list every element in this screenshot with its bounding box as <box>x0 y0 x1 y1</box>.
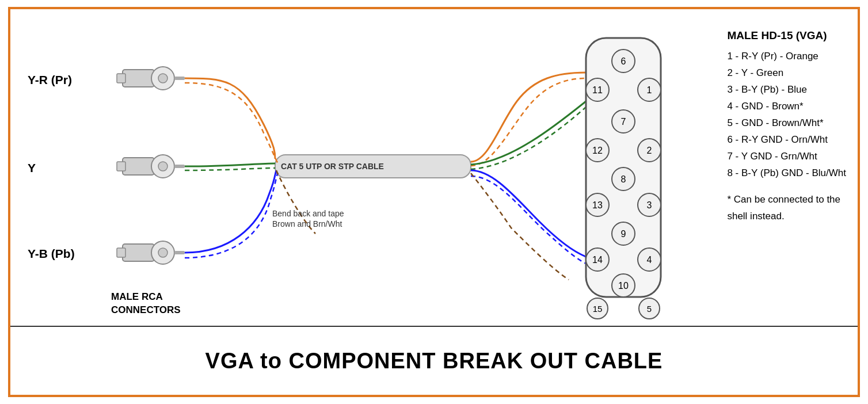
pin-7: 7 - Y GND - Grn/Wht <box>727 148 846 165</box>
svg-rect-14 <box>174 251 185 254</box>
svg-text:7: 7 <box>621 117 626 127</box>
svg-text:6: 6 <box>621 56 626 66</box>
svg-point-13 <box>158 248 167 257</box>
yb-label: Y-B (Pb) <box>28 247 75 260</box>
svg-text:11: 11 <box>592 85 603 95</box>
pin-8: 8 - B-Y (Pb) GND - Blu/Wht <box>727 165 846 182</box>
svg-rect-6 <box>117 162 125 171</box>
svg-rect-5 <box>123 158 154 175</box>
svg-text:2: 2 <box>647 146 652 155</box>
y-label: Y <box>28 161 36 174</box>
svg-text:10: 10 <box>618 281 629 291</box>
vga-title: MALE HD-15 (VGA) <box>727 26 846 45</box>
svg-text:12: 12 <box>592 146 603 155</box>
svg-text:1: 1 <box>647 85 652 95</box>
svg-text:9: 9 <box>621 229 626 239</box>
rca-male-label-line1: MALE RCA <box>111 291 163 302</box>
pin-2: 2 - Y - Green <box>727 65 846 82</box>
svg-text:8: 8 <box>621 174 626 184</box>
svg-rect-9 <box>174 165 185 168</box>
svg-text:5: 5 <box>647 304 652 314</box>
svg-text:13: 13 <box>592 200 603 210</box>
yr-label: Y-R (Pr) <box>28 73 72 86</box>
svg-rect-11 <box>117 248 125 257</box>
bend-label-line1: Bend back and tape <box>272 209 344 218</box>
svg-rect-10 <box>123 244 154 261</box>
svg-rect-4 <box>174 77 185 80</box>
bend-label-line2: Brown and Brn/Wht <box>272 219 342 228</box>
main-container: CAT 5 UTP OR STP CABLE 6 11 1 <box>8 7 860 397</box>
svg-text:14: 14 <box>592 255 603 265</box>
pin-1: 1 - R-Y (Pr) - Orange <box>727 48 846 65</box>
svg-point-3 <box>158 74 167 83</box>
svg-text:15: 15 <box>593 304 603 314</box>
vga-note-2: shell instead. <box>727 208 846 225</box>
footer: VGA to COMPONENT BREAK OUT CABLE <box>10 326 858 395</box>
svg-point-8 <box>158 162 167 171</box>
pin-6: 6 - R-Y GND - Orn/Wht <box>727 132 846 148</box>
svg-text:3: 3 <box>647 200 652 210</box>
pin-5: 5 - GND - Brown/Wht* <box>727 115 846 132</box>
vga-note-1: * Can be connected to the <box>727 192 846 208</box>
svg-rect-0 <box>123 70 154 87</box>
pin-3: 3 - B-Y (Pb) - Blue <box>727 82 846 98</box>
rca-yr-connector <box>117 67 185 90</box>
svg-text:4: 4 <box>647 255 652 265</box>
rca-male-label-line2: CONNECTORS <box>111 304 181 315</box>
cable-label: CAT 5 UTP OR STP CABLE <box>281 162 384 171</box>
pin-4: 4 - GND - Brown* <box>727 98 846 115</box>
vga-legend: MALE HD-15 (VGA) 1 - R-Y (Pr) - Orange 2… <box>727 26 846 225</box>
rca-y-connector <box>117 155 185 178</box>
rca-yb-connector <box>117 241 185 264</box>
svg-rect-1 <box>117 74 125 83</box>
footer-title: VGA to COMPONENT BREAK OUT CABLE <box>205 349 663 373</box>
